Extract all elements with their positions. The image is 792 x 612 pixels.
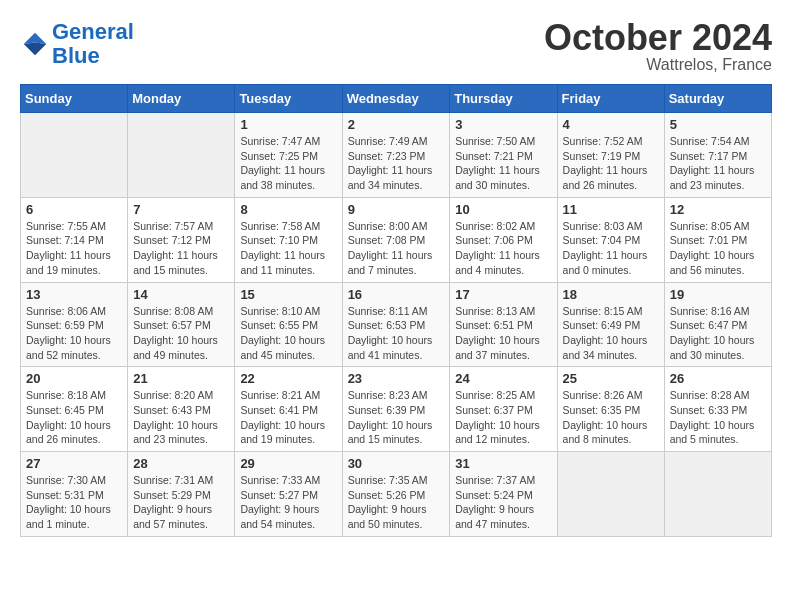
day-info: Sunrise: 8:28 AM Sunset: 6:33 PM Dayligh… <box>670 388 766 447</box>
calendar-cell: 8Sunrise: 7:58 AM Sunset: 7:10 PM Daylig… <box>235 197 342 282</box>
day-info: Sunrise: 7:49 AM Sunset: 7:23 PM Dayligh… <box>348 134 445 193</box>
day-number: 18 <box>563 287 659 302</box>
calendar-cell: 28Sunrise: 7:31 AM Sunset: 5:29 PM Dayli… <box>128 452 235 537</box>
column-header-saturday: Saturday <box>664 85 771 113</box>
calendar-week-row: 1Sunrise: 7:47 AM Sunset: 7:25 PM Daylig… <box>21 113 772 198</box>
day-info: Sunrise: 8:02 AM Sunset: 7:06 PM Dayligh… <box>455 219 551 278</box>
calendar-cell: 15Sunrise: 8:10 AM Sunset: 6:55 PM Dayli… <box>235 282 342 367</box>
logo-icon <box>20 29 50 59</box>
day-number: 24 <box>455 371 551 386</box>
column-header-friday: Friday <box>557 85 664 113</box>
calendar-cell: 10Sunrise: 8:02 AM Sunset: 7:06 PM Dayli… <box>450 197 557 282</box>
calendar-cell: 19Sunrise: 8:16 AM Sunset: 6:47 PM Dayli… <box>664 282 771 367</box>
logo: General Blue <box>20 20 134 68</box>
day-info: Sunrise: 7:33 AM Sunset: 5:27 PM Dayligh… <box>240 473 336 532</box>
column-header-sunday: Sunday <box>21 85 128 113</box>
month-title: October 2024 Wattrelos, France <box>544 20 772 74</box>
day-info: Sunrise: 8:03 AM Sunset: 7:04 PM Dayligh… <box>563 219 659 278</box>
calendar-cell: 1Sunrise: 7:47 AM Sunset: 7:25 PM Daylig… <box>235 113 342 198</box>
month-year: October 2024 <box>544 20 772 56</box>
calendar-cell: 25Sunrise: 8:26 AM Sunset: 6:35 PM Dayli… <box>557 367 664 452</box>
calendar-cell: 26Sunrise: 8:28 AM Sunset: 6:33 PM Dayli… <box>664 367 771 452</box>
calendar-cell: 7Sunrise: 7:57 AM Sunset: 7:12 PM Daylig… <box>128 197 235 282</box>
column-header-wednesday: Wednesday <box>342 85 450 113</box>
calendar-cell: 6Sunrise: 7:55 AM Sunset: 7:14 PM Daylig… <box>21 197 128 282</box>
calendar-week-row: 20Sunrise: 8:18 AM Sunset: 6:45 PM Dayli… <box>21 367 772 452</box>
day-number: 25 <box>563 371 659 386</box>
calendar-week-row: 13Sunrise: 8:06 AM Sunset: 6:59 PM Dayli… <box>21 282 772 367</box>
day-info: Sunrise: 8:06 AM Sunset: 6:59 PM Dayligh… <box>26 304 122 363</box>
calendar-cell: 30Sunrise: 7:35 AM Sunset: 5:26 PM Dayli… <box>342 452 450 537</box>
day-info: Sunrise: 7:30 AM Sunset: 5:31 PM Dayligh… <box>26 473 122 532</box>
calendar-cell: 3Sunrise: 7:50 AM Sunset: 7:21 PM Daylig… <box>450 113 557 198</box>
svg-marker-1 <box>24 43 47 56</box>
day-info: Sunrise: 8:08 AM Sunset: 6:57 PM Dayligh… <box>133 304 229 363</box>
day-info: Sunrise: 8:18 AM Sunset: 6:45 PM Dayligh… <box>26 388 122 447</box>
day-number: 16 <box>348 287 445 302</box>
logo-text: General Blue <box>52 20 134 68</box>
day-info: Sunrise: 8:11 AM Sunset: 6:53 PM Dayligh… <box>348 304 445 363</box>
day-info: Sunrise: 8:25 AM Sunset: 6:37 PM Dayligh… <box>455 388 551 447</box>
day-number: 19 <box>670 287 766 302</box>
day-info: Sunrise: 7:50 AM Sunset: 7:21 PM Dayligh… <box>455 134 551 193</box>
calendar-cell: 27Sunrise: 7:30 AM Sunset: 5:31 PM Dayli… <box>21 452 128 537</box>
day-number: 1 <box>240 117 336 132</box>
day-number: 2 <box>348 117 445 132</box>
page-header: General Blue October 2024 Wattrelos, Fra… <box>20 20 772 74</box>
calendar-cell <box>557 452 664 537</box>
day-number: 11 <box>563 202 659 217</box>
day-number: 31 <box>455 456 551 471</box>
day-number: 14 <box>133 287 229 302</box>
day-number: 21 <box>133 371 229 386</box>
day-info: Sunrise: 7:58 AM Sunset: 7:10 PM Dayligh… <box>240 219 336 278</box>
day-number: 20 <box>26 371 122 386</box>
calendar-cell: 17Sunrise: 8:13 AM Sunset: 6:51 PM Dayli… <box>450 282 557 367</box>
calendar-cell: 9Sunrise: 8:00 AM Sunset: 7:08 PM Daylig… <box>342 197 450 282</box>
day-info: Sunrise: 7:35 AM Sunset: 5:26 PM Dayligh… <box>348 473 445 532</box>
calendar-cell: 11Sunrise: 8:03 AM Sunset: 7:04 PM Dayli… <box>557 197 664 282</box>
column-header-thursday: Thursday <box>450 85 557 113</box>
day-number: 29 <box>240 456 336 471</box>
day-number: 8 <box>240 202 336 217</box>
calendar-week-row: 27Sunrise: 7:30 AM Sunset: 5:31 PM Dayli… <box>21 452 772 537</box>
day-info: Sunrise: 7:54 AM Sunset: 7:17 PM Dayligh… <box>670 134 766 193</box>
column-header-monday: Monday <box>128 85 235 113</box>
day-number: 10 <box>455 202 551 217</box>
day-number: 4 <box>563 117 659 132</box>
calendar-cell: 21Sunrise: 8:20 AM Sunset: 6:43 PM Dayli… <box>128 367 235 452</box>
day-info: Sunrise: 8:10 AM Sunset: 6:55 PM Dayligh… <box>240 304 336 363</box>
day-info: Sunrise: 8:20 AM Sunset: 6:43 PM Dayligh… <box>133 388 229 447</box>
calendar-cell: 20Sunrise: 8:18 AM Sunset: 6:45 PM Dayli… <box>21 367 128 452</box>
day-number: 30 <box>348 456 445 471</box>
location: Wattrelos, France <box>544 56 772 74</box>
day-number: 27 <box>26 456 122 471</box>
calendar-cell: 31Sunrise: 7:37 AM Sunset: 5:24 PM Dayli… <box>450 452 557 537</box>
day-info: Sunrise: 8:05 AM Sunset: 7:01 PM Dayligh… <box>670 219 766 278</box>
calendar-cell: 23Sunrise: 8:23 AM Sunset: 6:39 PM Dayli… <box>342 367 450 452</box>
day-number: 5 <box>670 117 766 132</box>
calendar-cell <box>664 452 771 537</box>
calendar-cell: 12Sunrise: 8:05 AM Sunset: 7:01 PM Dayli… <box>664 197 771 282</box>
day-info: Sunrise: 8:15 AM Sunset: 6:49 PM Dayligh… <box>563 304 659 363</box>
calendar-cell: 16Sunrise: 8:11 AM Sunset: 6:53 PM Dayli… <box>342 282 450 367</box>
calendar-cell <box>128 113 235 198</box>
day-number: 3 <box>455 117 551 132</box>
calendar-cell: 18Sunrise: 8:15 AM Sunset: 6:49 PM Dayli… <box>557 282 664 367</box>
day-info: Sunrise: 7:31 AM Sunset: 5:29 PM Dayligh… <box>133 473 229 532</box>
calendar-cell <box>21 113 128 198</box>
day-number: 13 <box>26 287 122 302</box>
calendar-cell: 5Sunrise: 7:54 AM Sunset: 7:17 PM Daylig… <box>664 113 771 198</box>
day-number: 17 <box>455 287 551 302</box>
day-number: 28 <box>133 456 229 471</box>
day-info: Sunrise: 8:26 AM Sunset: 6:35 PM Dayligh… <box>563 388 659 447</box>
day-info: Sunrise: 7:52 AM Sunset: 7:19 PM Dayligh… <box>563 134 659 193</box>
day-number: 22 <box>240 371 336 386</box>
svg-marker-0 <box>24 33 47 44</box>
day-info: Sunrise: 8:16 AM Sunset: 6:47 PM Dayligh… <box>670 304 766 363</box>
day-info: Sunrise: 7:55 AM Sunset: 7:14 PM Dayligh… <box>26 219 122 278</box>
day-info: Sunrise: 7:37 AM Sunset: 5:24 PM Dayligh… <box>455 473 551 532</box>
calendar-cell: 4Sunrise: 7:52 AM Sunset: 7:19 PM Daylig… <box>557 113 664 198</box>
day-number: 6 <box>26 202 122 217</box>
day-number: 23 <box>348 371 445 386</box>
calendar-cell: 22Sunrise: 8:21 AM Sunset: 6:41 PM Dayli… <box>235 367 342 452</box>
